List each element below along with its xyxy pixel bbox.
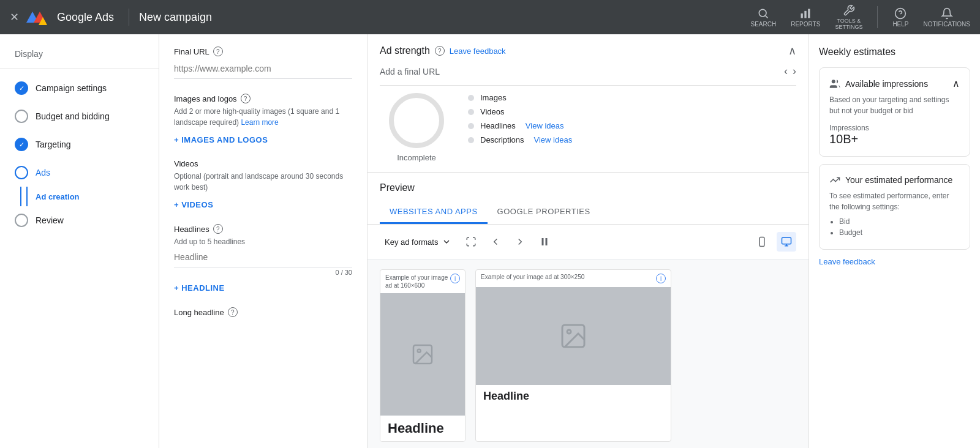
ad-preview-image-2 (476, 287, 671, 385)
mobile-view-button[interactable] (752, 232, 772, 252)
brand-name: Google Ads (57, 11, 114, 24)
preview-ads-container: Example of your image ad at 160×600 i He… (368, 259, 809, 448)
learn-more-link[interactable]: Learn more (241, 118, 278, 127)
sidebar-item-targeting[interactable]: ✓ Targeting (0, 130, 159, 159)
estimated-performance-list: Bid Budget (829, 217, 960, 237)
notifications-nav-item[interactable]: NOTIFICATIONS (924, 7, 970, 28)
descriptions-view-ideas-link[interactable]: View ideas (534, 135, 573, 144)
images-logos-section: Images and logos ? Add 2 or more high-qu… (174, 94, 352, 144)
sidebar-item-budget-bidding[interactable]: Budget and bidding (0, 102, 159, 130)
nav-icon-divider (877, 6, 878, 28)
reports-nav-item[interactable]: REPORTS (791, 7, 820, 28)
impressions-collapse-button[interactable]: ∧ (952, 78, 960, 89)
preview-header: Preview WEBSITES AND APPS GOOGLE PROPERT… (368, 173, 809, 225)
checklist-dot-headlines (468, 123, 474, 129)
svg-rect-8 (546, 238, 548, 245)
svg-point-0 (760, 9, 767, 17)
sidebar-item-review[interactable]: Review (0, 206, 159, 234)
campaign-settings-label: Campaign settings (36, 83, 107, 93)
close-button[interactable]: ✕ (10, 10, 19, 24)
nav-divider (129, 9, 129, 26)
preview-section: Preview WEBSITES AND APPS GOOGLE PROPERT… (368, 173, 809, 448)
ad-strength-circle (389, 93, 444, 148)
add-headline-button[interactable]: + HEADLINE (174, 283, 352, 293)
help-icon (894, 7, 907, 20)
prev-ad-button[interactable] (486, 232, 505, 252)
people-icon (829, 78, 840, 89)
checklist-item-videos: Videos (468, 107, 796, 116)
fullscreen-icon (466, 236, 477, 247)
final-url-help-icon[interactable]: ? (213, 47, 223, 56)
ads-icon (15, 166, 28, 179)
final-url-input[interactable] (174, 59, 352, 79)
ad-strength-nav-text: Add a final URL (380, 67, 779, 77)
ad-form-panel: Final URL ? Images and logos ? Add 2 or … (159, 34, 368, 448)
final-url-label: Final URL ? (174, 47, 352, 56)
images-logos-help-icon[interactable]: ? (241, 94, 251, 103)
next-ad-button[interactable] (510, 232, 530, 252)
impressions-value: 10B+ (829, 132, 960, 146)
leave-feedback-link[interactable]: Leave feedback (450, 47, 506, 56)
svg-rect-11 (782, 237, 791, 244)
headline-char-count: 0 / 30 (174, 269, 352, 276)
long-headline-label: Long headline ? (174, 307, 352, 317)
available-impressions-desc: Based on your targeting and settings but… (829, 94, 960, 116)
add-images-button[interactable]: + IMAGES AND LOGOS (174, 135, 352, 144)
ad-strength-collapse-button[interactable]: ∧ (788, 44, 796, 58)
available-impressions-card: Available impressions ∧ Based on your ta… (819, 67, 970, 157)
checklist-item-descriptions: Descriptions View ideas (468, 135, 796, 144)
tab-websites-apps[interactable]: WEBSITES AND APPS (380, 201, 488, 224)
headlines-help-icon[interactable]: ? (213, 224, 223, 234)
ad-info-icon-2[interactable]: i (656, 274, 666, 283)
right-panel: Weekly estimates Available impressions ∧… (809, 34, 980, 448)
desktop-view-button[interactable] (777, 232, 796, 252)
headlines-desc: Add up to 5 headlines (174, 236, 352, 247)
sidebar-divider-1 (0, 69, 159, 69)
pause-button[interactable] (535, 232, 554, 252)
estimated-performance-desc: To see estimated performance, enter the … (829, 190, 960, 212)
ad-info-icon-1[interactable]: i (450, 274, 460, 283)
ad-preview-headline-1: Headline (380, 416, 465, 441)
ad-strength-nav-prev[interactable]: ‹ (784, 65, 788, 78)
ad-strength-body: Incomplete Images Videos (380, 93, 796, 162)
svg-line-1 (766, 15, 768, 18)
sidebar-item-ads[interactable]: Ads (0, 159, 159, 187)
nav-icons: SEARCH REPORTS TOOLS &SETTINGS HELP NOTI… (751, 4, 970, 30)
help-nav-item[interactable]: HELP (892, 7, 908, 28)
tools-nav-item[interactable]: TOOLS &SETTINGS (835, 4, 862, 30)
images-logos-label: Images and logos ? (174, 94, 352, 103)
ad-strength-nav-next[interactable]: › (793, 65, 796, 78)
budget-bidding-icon (15, 110, 28, 123)
key-formats-button[interactable]: Key ad formats (380, 234, 456, 249)
svg-rect-2 (801, 13, 803, 18)
estimated-performance-card: Your estimated performance To see estima… (819, 164, 970, 250)
fullscreen-button[interactable] (461, 232, 481, 252)
pause-icon (539, 236, 550, 247)
impressions-label: Impressions (829, 124, 960, 132)
ad-strength-circle-wrap: Incomplete (380, 93, 453, 162)
ad-strength-section: Ad strength ? Leave feedback ∧ Add a fin… (368, 34, 809, 173)
ad-strength-title: Ad strength ? Leave feedback (380, 45, 506, 56)
search-nav-item[interactable]: SEARCH (751, 7, 777, 28)
ad-preview-header-2: Example of your image ad at 300×250 i (476, 270, 671, 287)
ad-strength-help-icon[interactable]: ? (435, 46, 445, 56)
sidebar-item-campaign-settings[interactable]: ✓ Campaign settings (0, 74, 159, 102)
long-headline-help-icon[interactable]: ? (228, 307, 238, 317)
ad-checklist: Images Videos Headlines View ideas (468, 93, 796, 144)
sidebar-sub-item-ad-creation[interactable]: Ad creation (0, 187, 159, 206)
headlines-view-ideas-link[interactable]: View ideas (526, 121, 564, 130)
targeting-icon: ✓ (15, 138, 28, 151)
right-leave-feedback-link[interactable]: Leave feedback (819, 257, 970, 266)
tab-google-properties[interactable]: GOOGLE PROPERTIES (488, 201, 600, 224)
search-icon (757, 7, 769, 20)
headline-input[interactable] (174, 247, 352, 267)
sub-item-line (20, 187, 21, 206)
chevron-down-icon (442, 237, 451, 247)
videos-desc: Optional (portrait and landscape around … (174, 171, 352, 193)
ad-preview-header-1: Example of your image ad at 160×600 i (380, 270, 465, 293)
long-headline-section: Long headline ? (174, 307, 352, 317)
svg-rect-3 (805, 10, 807, 18)
weekly-estimates-title: Weekly estimates (819, 47, 970, 58)
top-nav: ✕ Google Ads New campaign SEARCH REPORTS… (0, 0, 980, 34)
add-videos-button[interactable]: + VIDEOS (174, 200, 352, 209)
